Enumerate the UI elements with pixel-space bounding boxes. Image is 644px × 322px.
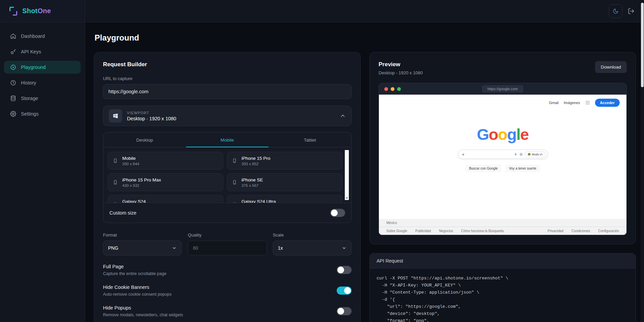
page-title: Playground [95,33,636,43]
clock-icon [10,80,16,86]
hide-cookie-banners-description: Auto-remove cookie consent popups [103,292,172,297]
device-option-galaxy-s24-ultra[interactable]: Galaxy S24 Ultra 384 x 824 [227,195,342,203]
custom-size-toggle[interactable] [330,209,345,217]
toggle-knob [344,287,351,294]
android-icon [232,201,237,203]
sidebar-item-api-keys[interactable]: API Keys [4,45,81,58]
traffic-light-red [384,87,388,91]
sidebar-item-settings[interactable]: Settings [4,107,81,120]
device-size: 375 x 667 [241,183,263,188]
brand: ShotOne [0,0,85,22]
google-signin-button: Acceder [595,99,620,107]
device-list-scrollbar[interactable] [345,150,349,200]
hide-popups-description: Remove modals, newsletters, chat widgets [103,313,183,317]
quality-input[interactable] [188,241,266,255]
sidebar: Dashboard API Keys Playground History St… [0,22,85,322]
format-quality-scale-row: Format PNG Quality S [103,232,352,255]
google-footer-right-links: Privacidad Condiciones Configuración [544,229,623,233]
chevron-up-icon [340,113,346,119]
preview-subtitle: Desktop - 1920 x 1080 [379,70,423,75]
sidebar-item-playground[interactable]: Playground [4,61,81,74]
brand-name-shot: Shot [22,7,37,15]
phone-icon [232,180,237,185]
scale-select[interactable]: 1x [273,241,352,255]
phone-icon [232,158,237,163]
device-size: 430 x 932 [122,183,161,188]
url-input[interactable] [103,84,352,99]
tab-desktop[interactable]: Desktop [103,132,186,147]
google-lucky-button: Voy a tener suerte [505,165,540,172]
browser-url: https://google.com [482,85,524,93]
sidebar-item-label: History [21,80,36,85]
lens-icon [519,153,523,156]
preview-card: Preview Desktop - 1920 x 1080 Download [369,52,636,244]
main-content: Playground Request Builder URL to captur… [85,22,644,322]
database-icon [10,95,16,101]
frame: Dashboard API Keys Playground History St… [0,22,644,322]
phone-icon [113,158,118,163]
hide-cookie-banners-toggle[interactable] [337,287,352,295]
hide-popups-label: Hide Popups [103,305,183,311]
device-name: Mobile [122,156,139,161]
full-page-toggle[interactable] [337,266,352,274]
google-logo-letter: G [477,125,489,143]
sidebar-item-label: Storage [21,96,38,101]
sidebar-item-label: Dashboard [21,33,45,39]
scale-value: 1x [278,245,283,251]
brand-logo-icon [9,7,18,16]
plus-icon: + [462,152,465,157]
moon-icon [613,8,619,14]
google-logo-letter: l [516,125,520,143]
tab-tablet[interactable]: Tablet [268,132,351,147]
logout-icon [628,8,635,15]
scrollbar-down-arrow-icon [345,197,348,199]
google-search-button: Buscar con Google [465,165,501,172]
google-logo-letter: o [489,125,498,143]
preview-screenshot: Gmail Imágenes Acceder Google [379,95,626,235]
sidebar-item-storage[interactable]: Storage [4,92,81,105]
api-request-title: API Request [370,253,636,269]
google-footer-left-links: Sobre Google Publicidad Negocios Cómo fu… [382,229,508,233]
format-label: Format [103,232,182,238]
key-icon [10,49,16,55]
footer-link: Condiciones [567,229,594,233]
download-button[interactable]: Download [595,61,627,73]
device-option-galaxy-s24[interactable]: Galaxy S24 360 x 780 [108,195,223,203]
device-tabs: Desktop Mobile Tablet [103,132,351,147]
tab-mobile[interactable]: Mobile [186,132,269,147]
sidebar-item-dashboard[interactable]: Dashboard [4,30,81,43]
google-gmail-link: Gmail [549,101,559,105]
preview-title: Preview [379,61,423,68]
footer-link: Sobre Google [382,229,411,233]
device-option-iphone-15-pro[interactable]: iPhone 15 Pro 393 x 852 [227,152,342,170]
sidebar-item-label: Playground [21,65,46,70]
viewport-value: Desktop · 1920 x 1080 [127,116,176,121]
browser-mockup: https://google.com Gmail Imágenes Accede… [379,83,627,235]
toggle-knob [337,308,344,315]
full-page-row: Full Page Capture the entire scrollable … [103,264,352,276]
device-name: Galaxy S24 [122,199,146,203]
logout-button[interactable] [628,8,635,15]
viewport-selector[interactable]: VIEWPORT Desktop · 1920 x 1080 [103,106,352,126]
sidebar-item-history[interactable]: History [4,76,81,89]
device-option-iphone-15-pro-max[interactable]: iPhone 15 Pro Max 430 x 932 [108,173,223,191]
google-buttons: Buscar con Google Voy a tener suerte [465,165,540,172]
topbar: ShotOne [0,0,644,22]
format-select[interactable]: PNG [103,241,182,255]
page-scrollbar-thumb[interactable] [641,3,644,87]
device-name: iPhone 15 Pro [241,156,271,161]
custom-size-row: Custom size [103,203,351,223]
microphone-icon [514,153,517,156]
theme-toggle-button[interactable] [609,4,622,18]
browser-titlebar: https://google.com [379,83,626,95]
toggle-knob [337,267,344,273]
device-size: 393 x 852 [241,162,271,166]
ai-mode-icon [528,153,531,156]
device-option-mobile[interactable]: Mobile 390 x 844 [108,152,223,170]
device-option-iphone-se[interactable]: iPhone SE 375 x 667 [227,173,342,191]
ai-mode-badge: Modo IA [525,151,546,157]
chevron-down-icon [172,246,177,250]
page-scrollbar[interactable] [641,0,644,322]
hide-popups-toggle[interactable] [337,307,352,315]
logo-bracket-bottom [13,11,17,16]
